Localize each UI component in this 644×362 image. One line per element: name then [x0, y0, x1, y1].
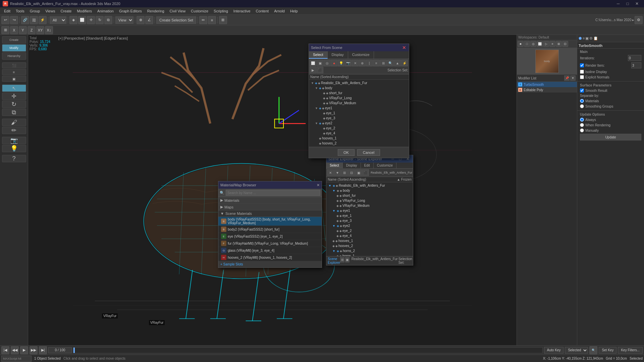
sfs-tool-14[interactable]: ⚡: [401, 60, 408, 66]
when-rendering-radio[interactable]: [580, 123, 584, 127]
editable-poly-entry[interactable]: E Editable Poly: [517, 87, 577, 93]
se-tool-3[interactable]: ▣: [355, 169, 362, 176]
modifier-list-configure[interactable]: ▼: [570, 75, 576, 81]
always-radio[interactable]: [580, 118, 584, 122]
menu-views[interactable]: Views: [43, 8, 58, 14]
toolbar2-btn-2[interactable]: X: [10, 26, 18, 34]
channel-btn-6[interactable]: ≡: [549, 41, 555, 47]
se-tab-select[interactable]: Select: [326, 163, 343, 168]
se-tool-2[interactable]: ⊟: [348, 169, 355, 176]
sfs-item-root[interactable]: ▼ ◈ ◈ Realistic_Elk_with_Antlers_Fur: [310, 80, 408, 85]
mb-header[interactable]: Material/Map Browser ✕: [218, 181, 322, 189]
bind-button[interactable]: ⚡: [39, 16, 47, 24]
menu-scripting[interactable]: Scripting: [211, 8, 231, 14]
se-tool-4[interactable]: ⬛: [362, 169, 369, 176]
sfs-tool-10[interactable]: ≡: [373, 60, 380, 66]
se-item-eye3-obj[interactable]: ◈ ◈ eye_3: [327, 218, 412, 223]
auto-key-button[interactable]: Auto Key: [544, 347, 564, 354]
se-item-eye1[interactable]: ▼ ◈ ◈ eye1: [327, 208, 412, 213]
menu-create[interactable]: Create: [58, 8, 74, 14]
se-tool-1[interactable]: ⊞: [341, 169, 348, 176]
sfs-item-hooves1[interactable]: ◈ hooves_1: [314, 136, 408, 141]
menu-edit[interactable]: Edit: [1, 8, 13, 14]
mb-sample-slots[interactable]: + Sample Slots: [218, 261, 322, 267]
sidebar-move-tool[interactable]: ✛: [2, 93, 26, 100]
mb-search-input[interactable]: [226, 190, 320, 196]
create-selection-button[interactable]: Create Selection Set: [156, 16, 196, 24]
sfs-tool-2[interactable]: ▣: [317, 60, 323, 66]
sfs-item-eye4-obj[interactable]: ◈ eye_4: [318, 131, 408, 136]
sidebar-paint-tool[interactable]: 🖌: [2, 119, 26, 126]
sfs-item-eye1[interactable]: ▼ ◈ ◈ eye1: [314, 106, 408, 111]
mb-item-hooves2[interactable]: H hooves_2 (VRayMtl) [hooves_1, hooves_2…: [218, 254, 322, 261]
se-tool-filter[interactable]: ✕: [327, 169, 334, 176]
props-icon-3[interactable]: ▣: [585, 36, 589, 41]
sfs-tool-9[interactable]: |: [366, 60, 373, 66]
sfs-item-hooves2[interactable]: ◈ hooves_2: [314, 141, 408, 146]
unlink-button[interactable]: ⛓: [30, 16, 38, 24]
scale-button[interactable]: ⧉: [104, 16, 112, 24]
sfs-tab-customize[interactable]: Customize: [348, 51, 374, 59]
sfs-tool-4[interactable]: 🔺: [331, 60, 337, 66]
select-region-button[interactable]: ⬜: [78, 16, 86, 24]
iterations-input[interactable]: [628, 55, 641, 61]
sidebar-camera-tool[interactable]: 📷: [2, 137, 26, 144]
mb-close-button[interactable]: ✕: [317, 183, 320, 187]
sfs-item-vrayFur-long[interactable]: ◈ ◈ VRayFur_Long: [318, 96, 408, 101]
sidebar-light-tool[interactable]: 💡: [2, 145, 26, 152]
script-input[interactable]: MAXScript Mi: [1, 356, 32, 362]
undo-button[interactable]: ↩: [1, 16, 9, 24]
se-tab-edit[interactable]: Edit: [361, 163, 374, 168]
isoline-checkbox[interactable]: [580, 70, 584, 74]
redo-button[interactable]: ↪: [10, 16, 18, 24]
snap-toggle[interactable]: ⊕: [137, 16, 145, 24]
mb-item-fur[interactable]: F fur (VRayHairMtl) [VRayFur_Long, VRayF…: [218, 240, 322, 247]
sfs-tool-3[interactable]: ◎: [324, 60, 330, 66]
sidebar-tool-2[interactable]: ≡: [2, 69, 26, 75]
se-item-vraymedium[interactable]: ◈ ◈ VRayFur_Medium: [327, 203, 412, 208]
toolbar2-btn-3[interactable]: Y: [19, 26, 27, 34]
sfs-close-button[interactable]: ✕: [401, 45, 407, 50]
sfs-cancel-button[interactable]: Cancel: [357, 149, 380, 156]
layer-button[interactable]: ⊞: [219, 16, 227, 24]
sfs-tool-1[interactable]: ⬜: [310, 60, 316, 66]
sfs-tab-display[interactable]: Display: [328, 51, 348, 59]
maximize-button[interactable]: □: [623, 0, 632, 7]
timeline-thumb[interactable]: [73, 348, 75, 353]
smoothing-groups-radio[interactable]: [580, 104, 584, 108]
se-item-eye4-obj[interactable]: ◈ ◈ eye_4: [327, 233, 412, 238]
sidebar-create[interactable]: Create: [2, 36, 26, 44]
sidebar-modify[interactable]: Modify: [2, 44, 26, 52]
menu-graph-editors[interactable]: Graph Editors: [116, 8, 145, 14]
mb-section-scene-materials[interactable]: ▼ Scene Materials: [218, 210, 322, 217]
selected-dropdown[interactable]: Selected: [565, 347, 588, 354]
update-button[interactable]: Update: [580, 134, 641, 140]
sidebar-help-tool[interactable]: ?: [2, 155, 26, 162]
sfs-tool-8[interactable]: ⊕: [359, 60, 366, 66]
timeline-go-end[interactable]: ▶|: [39, 346, 47, 354]
se-item-root[interactable]: ▼ ◈ ◈ Realistic_Elk_with_Antlers_Fur: [327, 183, 412, 188]
toolbar-settings[interactable]: ⚙: [635, 16, 643, 24]
smooth-result-checkbox[interactable]: [580, 88, 584, 93]
sidebar-tool-3[interactable]: ▣: [2, 76, 26, 82]
menu-customize[interactable]: Customize: [188, 8, 211, 14]
se-item-hooves2[interactable]: ◈ ◈ hooves_2: [327, 243, 412, 248]
se-item-eye1-obj[interactable]: ◈ ◈ eye_1: [327, 213, 412, 218]
props-icon-4[interactable]: ⚙: [589, 36, 593, 41]
menu-content[interactable]: Content: [253, 8, 272, 14]
se-item-hooves1[interactable]: ◈ ◈ hooves_1: [327, 238, 412, 243]
se-item-eye2[interactable]: ▼ ◈ ◈ eye2: [327, 223, 412, 228]
channel-btn-8[interactable]: ⊡: [562, 41, 568, 47]
menu-rendering[interactable]: Rendering: [145, 8, 167, 14]
turbosmooth-entry[interactable]: T TurboSmooth: [517, 82, 577, 87]
mb-item-body2[interactable]: B body2 (VRayFastSSS2) [short_fur]: [218, 226, 322, 233]
sidebar-hierarchy[interactable]: Hierarchy: [2, 52, 26, 60]
se-item-horns2[interactable]: ▼ ◈ ◈ horns_2: [327, 248, 412, 253]
toolbar2-btn-6[interactable]: X↕: [45, 26, 53, 34]
toolbar2-btn-4[interactable]: Z: [28, 26, 36, 34]
sfs-list[interactable]: ▼ ◈ ◈ Realistic_Elk_with_Antlers_Fur ▼ ◈…: [309, 80, 409, 147]
menu-modifiers[interactable]: Modifiers: [74, 8, 95, 14]
menu-arnold[interactable]: Arnold: [271, 8, 287, 14]
sidebar-scale-tool[interactable]: ⧉: [2, 109, 26, 116]
minimize-button[interactable]: ─: [614, 0, 623, 7]
